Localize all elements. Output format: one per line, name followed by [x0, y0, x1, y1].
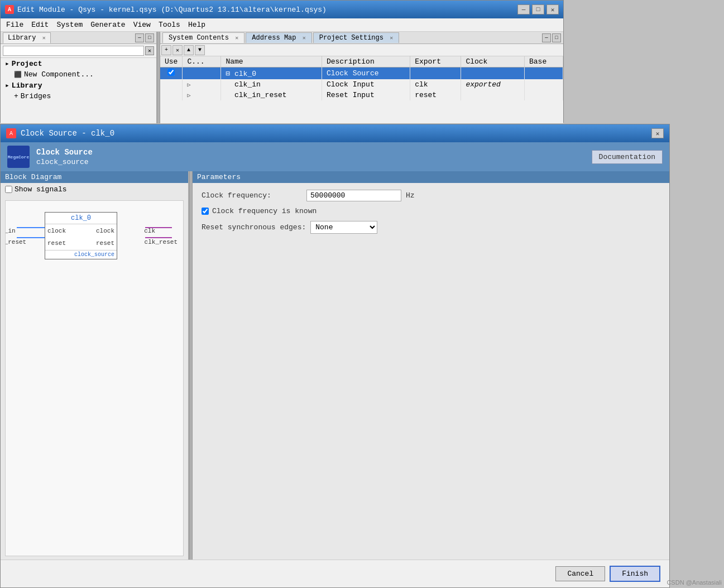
clk0-box: clk_0 clock reset clock reset clock_so [45, 212, 117, 259]
dialog-content: Block Diagram Show signals clk_in clk_in… [1, 171, 669, 567]
clk0-footer: clock_source [45, 250, 117, 259]
app-icon: A [5, 5, 14, 14]
tree-project: ▸ Project [1, 58, 156, 69]
search-clear-button[interactable]: ✕ [145, 46, 154, 55]
tree-new-component[interactable]: ⬛ New Component... [1, 69, 156, 80]
component-logo: MegaCore [7, 146, 30, 168]
block-diagram-canvas: clk_in clk_in_reset clk clk_reset clk_0 … [5, 200, 184, 556]
reset-edges-row: Reset synchronous edges: None Rising Fal… [202, 221, 660, 234]
table-row[interactable]: ⊟ clk_0 Clock Source [160, 68, 563, 80]
menu-tools[interactable]: Tools [155, 20, 184, 30]
col-description: Description [322, 56, 410, 68]
port-clk-reset-label: clk_reset [145, 239, 178, 245]
menu-file[interactable]: File [3, 20, 27, 30]
restore-button[interactable]: □ [532, 4, 544, 15]
system-table-container: Use C... Name Description Export Clock B… [160, 56, 563, 100]
close-button[interactable]: ✕ [546, 4, 559, 15]
project-settings-tab-close[interactable]: ✕ [390, 35, 393, 41]
reset-edges-select[interactable]: None Rising Falling Both [310, 221, 377, 234]
address-map-tab[interactable]: Address Map ✕ [246, 32, 311, 43]
dialog-icon: A [6, 128, 16, 138]
inner-ports-right: clock reset [96, 228, 114, 247]
block-diagram-panel: Block Diagram Show signals clk_in clk_in… [1, 171, 189, 567]
project-settings-tab[interactable]: Project Settings ✕ [313, 32, 399, 43]
tree-library: ▸ Library [1, 80, 156, 91]
system-tab-bar: System Contents ✕ Address Map ✕ Project … [160, 32, 563, 44]
col-export: Export [410, 56, 461, 68]
menu-view[interactable]: View [130, 20, 154, 30]
show-signals-checkbox[interactable] [5, 186, 12, 193]
wire-clk-in [17, 227, 45, 228]
block-diagram-title: Block Diagram [1, 171, 188, 183]
library-search-input[interactable] [3, 46, 144, 56]
main-dialog: A Clock Source - clk_0 ✕ MegaCore Clock … [0, 124, 670, 588]
wire-clk-reset [145, 237, 172, 238]
watermark: CSDN @Anastasiali [667, 579, 722, 586]
finish-button[interactable]: Finish [610, 566, 660, 582]
col-name: Name [221, 56, 322, 68]
clock-frequency-input[interactable] [306, 190, 401, 201]
component-info-bar: MegaCore Clock Source clock_source Docum… [1, 142, 669, 171]
documentation-button[interactable]: Documentation [592, 150, 663, 164]
library-tab-close[interactable]: ✕ [42, 35, 46, 41]
component-subname: clock_source [36, 158, 93, 166]
library-tab[interactable]: Library ✕ [3, 32, 51, 44]
tb-up-btn[interactable]: ▲ [184, 45, 194, 55]
address-map-tab-close[interactable]: ✕ [303, 35, 306, 41]
cancel-button[interactable]: Cancel [555, 566, 605, 581]
dialog-title-bar: A Clock Source - clk_0 ✕ [1, 124, 669, 142]
menu-help[interactable]: Help [185, 20, 209, 30]
panel-min-btn[interactable]: — [135, 33, 144, 42]
clock-known-row: Clock frequency is known [202, 207, 660, 215]
system-panel-min-btn[interactable]: — [542, 33, 551, 42]
system-contents-tab[interactable]: System Contents ✕ [162, 32, 244, 43]
dialog-footer: Cancel Finish [1, 560, 669, 587]
tb-add-btn[interactable]: + [161, 45, 171, 55]
library-search-bar: ✕ [1, 44, 156, 58]
port-clk-in-label: clk_in [5, 228, 16, 234]
system-table: Use C... Name Description Export Clock B… [160, 56, 563, 100]
component-name: Clock Source [36, 148, 93, 157]
dialog-close-button[interactable]: ✕ [651, 128, 664, 138]
menu-system[interactable]: System [53, 20, 86, 30]
inner-ports-left: clock reset [47, 228, 66, 247]
expand-icon-2: ▷ [187, 93, 190, 99]
table-row[interactable]: ▷ clk_in_reset Reset Input reset [160, 90, 563, 100]
menu-edit[interactable]: Edit [28, 20, 52, 30]
col-use: Use [160, 56, 183, 68]
outer-window: A Edit Module - Qsys - kernel.qsys (D:\Q… [0, 0, 564, 123]
system-toolbar: + ✕ ▲ ▼ [160, 44, 563, 56]
table-row[interactable]: ▷ clk_in Clock Input clk exported [160, 79, 563, 90]
library-panel: Library ✕ — □ ✕ ▸ Project ⬛ New Componen… [1, 32, 157, 123]
system-panel-restore-btn[interactable]: □ [552, 33, 561, 42]
reset-edges-label: Reset synchronous edges: [202, 223, 306, 232]
clock-frequency-row: Clock frequency: Hz [202, 190, 660, 201]
panel-restore-btn[interactable]: □ [145, 33, 154, 42]
dialog-title: Clock Source - clk_0 [21, 129, 114, 138]
clk0-title: clk_0 [45, 213, 117, 224]
tb-down-btn[interactable]: ▼ [195, 45, 205, 55]
clock-frequency-label: Clock frequency: [202, 191, 302, 200]
clock-frequency-unit: Hz [406, 191, 415, 200]
port-clk-label: clk [144, 228, 155, 234]
menu-generate[interactable]: Generate [87, 20, 128, 30]
outer-window-title: Edit Module - Qsys - kernel.qsys (D:\Qua… [17, 6, 327, 14]
parameters-panel: Parameters Clock frequency: Hz Clock fre… [193, 171, 669, 567]
outer-title-bar: A Edit Module - Qsys - kernel.qsys (D:\Q… [1, 1, 563, 18]
wire-clk [145, 227, 172, 228]
expand-icon: ▷ [187, 82, 190, 88]
clock-known-checkbox[interactable] [202, 208, 209, 215]
col-clock: Clock [461, 56, 525, 68]
show-signals-row: Show signals [1, 183, 188, 196]
tb-remove-btn[interactable]: ✕ [172, 45, 183, 55]
system-contents-tab-close[interactable]: ✕ [235, 35, 238, 41]
row-name-icon: ⊟ [226, 70, 230, 78]
wire-clk-in-reset [17, 237, 45, 238]
tree-bridges[interactable]: + Bridges [1, 91, 156, 102]
use-checkbox-0[interactable] [167, 69, 175, 76]
minimize-button[interactable]: — [517, 4, 530, 15]
library-tab-bar: Library ✕ — □ [1, 32, 156, 44]
col-base: Base [525, 56, 563, 68]
menu-bar: File Edit System Generate View Tools Hel… [1, 18, 563, 32]
parameters-content: Clock frequency: Hz Clock frequency is k… [193, 183, 669, 240]
